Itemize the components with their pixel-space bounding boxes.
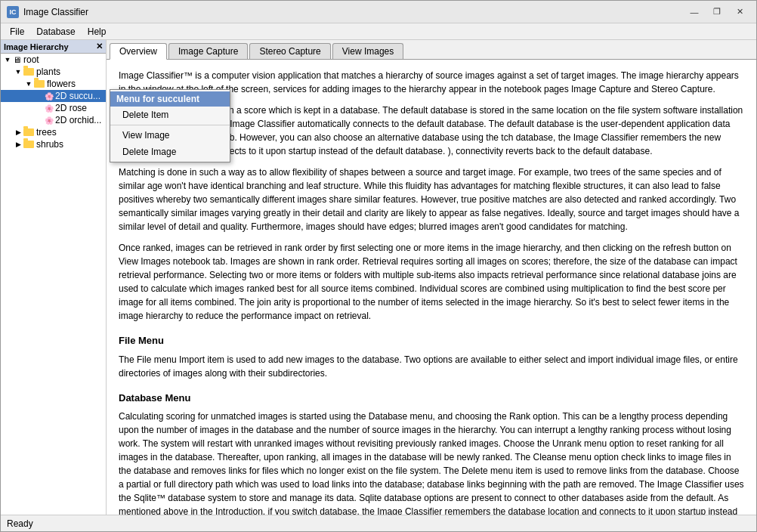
content-para3: Once ranked, images can be retrieved in … xyxy=(119,241,744,323)
tab-image-capture[interactable]: Image Capture xyxy=(168,43,248,59)
tree-label-trees: trees xyxy=(36,127,57,138)
close-button[interactable]: ✕ xyxy=(729,5,750,20)
sidebar: Image Hierarchy ✕ ▼ 🖥 root ▼ plants ▼ fl… xyxy=(1,40,107,515)
expand-toggle-root[interactable]: ▼ xyxy=(2,54,13,65)
folder-icon-trees xyxy=(23,128,34,136)
title-bar: IC Image Classifier — ❐ ✕ xyxy=(1,1,756,23)
item-icon-2d-rose: 🌸 xyxy=(45,104,54,113)
app-window: IC Image Classifier — ❐ ✕ File Database … xyxy=(0,0,757,532)
tree-label-shrubs: shrubs xyxy=(36,139,63,150)
tree-label-2d-rose: 2D rose xyxy=(55,103,87,113)
content-db-menu: Calculating scoring for unmatched images… xyxy=(119,410,744,515)
tree-label-flowers: flowers xyxy=(47,79,76,89)
menu-help[interactable]: Help xyxy=(82,24,113,39)
sidebar-close-button[interactable]: ✕ xyxy=(96,42,103,51)
expand-toggle-plants[interactable]: ▼ xyxy=(13,66,23,77)
tree-node-flowers[interactable]: ▼ flowers xyxy=(1,78,106,90)
expand-toggle-shrubs[interactable]: ▶ xyxy=(13,139,23,150)
expand-toggle-trees[interactable]: ▶ xyxy=(13,127,23,138)
maximize-button[interactable]: ❐ xyxy=(706,5,728,20)
tree-node-2d-rose[interactable]: 🌸 2D rose xyxy=(1,102,106,114)
tree-node-plants[interactable]: ▼ plants xyxy=(1,66,106,78)
tree-node-root[interactable]: ▼ 🖥 root xyxy=(1,54,106,66)
expand-toggle-flowers[interactable]: ▼ xyxy=(23,79,34,89)
folder-icon-shrubs xyxy=(23,141,34,148)
tab-view-images[interactable]: View Images xyxy=(332,43,403,59)
status-bar: Ready xyxy=(1,515,756,531)
window-title: Image Classifier xyxy=(23,7,684,17)
tree-node-2d-orchid[interactable]: 🌸 2D orchid... xyxy=(1,114,106,126)
expand-toggle-2d-rose xyxy=(34,103,45,113)
section-file-menu: File Menu xyxy=(119,333,744,348)
menu-file[interactable]: File xyxy=(4,24,30,39)
context-menu-view-image[interactable]: View Image xyxy=(110,127,230,144)
tab-bar: Overview Image Capture Stereo Capture Vi… xyxy=(107,40,756,60)
context-menu-header: Menu for succulent xyxy=(110,91,230,107)
expand-toggle-2d-orchid xyxy=(34,115,45,125)
item-icon-2d-succulent: 🌸 xyxy=(45,92,54,101)
window-controls: — ❐ ✕ xyxy=(684,5,750,20)
expand-toggle-2d-succulent xyxy=(34,91,45,101)
section-db-menu: Database Menu xyxy=(119,391,744,406)
status-text: Ready xyxy=(7,518,33,529)
tab-stereo-capture[interactable]: Stereo Capture xyxy=(249,43,330,59)
sidebar-title: Image Hierarchy xyxy=(4,42,69,51)
root-icon: 🖥 xyxy=(13,55,21,64)
sidebar-header: Image Hierarchy ✕ xyxy=(1,40,106,54)
tree-node-shrubs[interactable]: ▶ shrubs xyxy=(1,138,106,150)
context-menu-delete-image[interactable]: Delete Image xyxy=(110,144,230,160)
tab-overview[interactable]: Overview xyxy=(110,43,167,60)
tree-label-2d-succulent: 2D succu... xyxy=(55,91,100,101)
app-icon: IC xyxy=(7,6,19,18)
context-menu-delete-item[interactable]: Delete Item xyxy=(110,107,230,123)
context-menu: Menu for succulent Delete Item View Imag… xyxy=(110,89,230,162)
menu-database[interactable]: Database xyxy=(30,24,81,39)
content-para2: Matching is done in such a way as to all… xyxy=(119,165,744,234)
context-menu-separator xyxy=(110,125,230,125)
tree-node-trees[interactable]: ▶ trees xyxy=(1,126,106,138)
item-icon-2d-orchid: 🌸 xyxy=(45,116,54,125)
tree-label-root: root xyxy=(23,54,39,65)
menu-bar: File Database Help xyxy=(1,23,756,40)
tree-label-2d-orchid: 2D orchid... xyxy=(55,115,101,125)
tree-node-2d-succulent[interactable]: 🌸 2D succu... xyxy=(1,90,106,102)
tree-label-plants: plants xyxy=(36,66,60,77)
content-file-menu: The File menu Import item is used to add… xyxy=(119,353,744,380)
folder-icon-plants xyxy=(23,68,34,76)
folder-icon-flowers xyxy=(34,80,45,88)
minimize-button[interactable]: — xyxy=(684,5,705,20)
